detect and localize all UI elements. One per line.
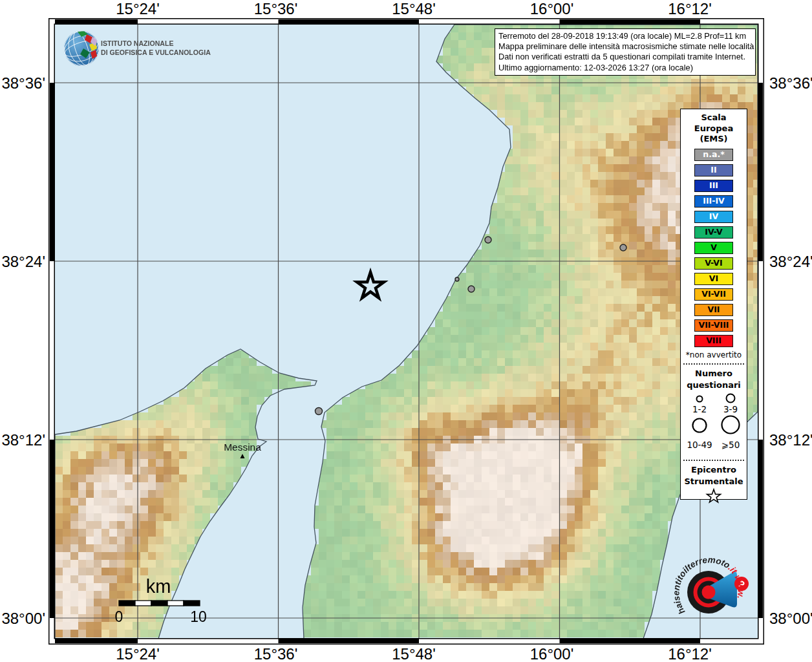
locality-dot [468,286,475,292]
epicenter-star-icon [707,489,721,502]
lon-label-bottom: 16°00' [507,645,597,662]
map-overlay: Messina km 0 10 ? haisentitoilterremoto.… [48,18,764,645]
lat-label-left: 38°24' [0,253,45,271]
size-dot-1-2 [697,396,703,401]
ems-class-chip: V [694,242,733,254]
lat-label-left: 38°12' [0,431,45,449]
hsit-target-center [702,586,716,599]
lat-label-right: 38°12' [769,431,812,449]
scale-bar-start: 0 [115,608,123,625]
size-label-1-2: 1-2 [692,404,707,414]
lon-label-bottom: 15°24' [92,645,183,662]
epicenter-section-title: Epicentro Strumentale [681,464,747,487]
ems-class-chip: VII [694,304,733,316]
info-line-2: Mappa preliminare delle intensità macros… [498,41,752,52]
lat-label-left: 38°36' [0,74,45,92]
epicenter-star-icon [357,272,384,298]
lon-label-top: 16°00' [507,0,597,18]
size-dot-3-9 [727,394,735,402]
ems-class-list: n.a.*IIIIIIII-IVIVIV-VVV-VIVIVI-VIIVIIVI… [681,149,747,347]
lat-label-left: 38°00' [0,610,45,628]
size-dot-50plus [722,416,740,433]
ingv-name-line1: ISTITUTO NAZIONALE [101,39,173,47]
lon-label-bottom: 16°12' [645,645,735,662]
ems-class-chip: IV [694,211,733,223]
ems-class-chip: n.a.* [694,149,733,161]
size-label-50plus: ⩾50 [721,440,740,450]
ems-class-chip: II [694,164,733,176]
hsit-logo: ? haisentitoilterremoto.it www. [671,555,749,615]
epicenter-star [357,272,384,298]
scale-bar-segment [119,601,135,606]
ems-class-chip: VIII [694,335,733,347]
ems-legend: Scala Europea (EMS) n.a.*IIIIIIII-IVIVIV… [680,109,747,500]
ingv-name-line2: DI GEOFISICA E VULCANOLOGIA [101,48,211,56]
legend-footnote: *non avvertito [681,350,747,359]
scale-bar-end: 10 [190,608,207,625]
size-label-10-49: 10-49 [687,440,712,450]
lon-label-top: 16°12' [645,0,735,18]
locality-dot [485,237,491,243]
ems-class-chip: V-VI [694,257,733,270]
lon-label-top: 15°36' [231,0,321,18]
lat-label-right: 38°24' [769,253,812,271]
ems-class-chip: IV-V [694,226,733,239]
size-dot-10-49 [693,418,707,432]
lon-label-top: 15°24' [92,0,183,18]
scale-bar-segment [151,601,167,606]
ingv-logo: ISTITUTO NAZIONALE DI GEOFISICA E VULCAN… [62,28,211,70]
info-line-1: Terremoto del 28-09-2018 19:13:49 (ora l… [498,31,752,41]
legend-divider [683,363,744,365]
lat-label-right: 38°36' [769,74,812,92]
questionnaire-count-title: Numero questionari [681,368,747,391]
legend-title: Scala Europea (EMS) [681,109,747,145]
locality-dot [455,277,459,281]
event-info-box: Terremoto del 28-09-2018 19:13:49 (ora l… [495,28,756,76]
macroseismic-map-page: Messina km 0 10 ? haisentitoilterremoto.… [0,0,812,662]
ems-class-chip: VI-VII [694,288,733,301]
city-messina: Messina [224,442,261,458]
city-marker-icon [240,454,245,458]
info-line-4: Ultimo aggiornamento: 12-03-2026 13:27 (… [498,63,752,73]
scale-bar-segment [167,601,184,606]
lon-label-bottom: 15°48' [369,645,459,662]
scale-bar: km 0 10 [115,576,207,625]
epicenter-key [704,487,723,506]
ems-class-chip: III-IV [694,195,733,208]
questionnaire-size-key: 1-2 3-9 10-49 ⩾50 [681,391,746,453]
lon-label-bottom: 15°36' [231,645,321,662]
info-line-3: Dati non verificati estratti da 5 questi… [498,52,752,62]
locality-markers [315,237,627,415]
lon-label-top: 15°48' [369,0,459,18]
ems-class-chip: VII-VIII [694,319,733,332]
size-label-3-9: 3-9 [723,404,738,414]
legend-divider [683,460,744,461]
lat-label-right: 38°00' [769,610,812,628]
scale-bar-unit: km [146,576,171,597]
scale-bar-segment [184,601,200,606]
city-label: Messina [224,442,261,453]
ems-class-chip: VI [694,273,733,285]
locality-dot [315,408,323,415]
locality-dot [620,244,626,251]
ems-class-chip: III [694,180,733,192]
scale-bar-segment [135,601,151,606]
